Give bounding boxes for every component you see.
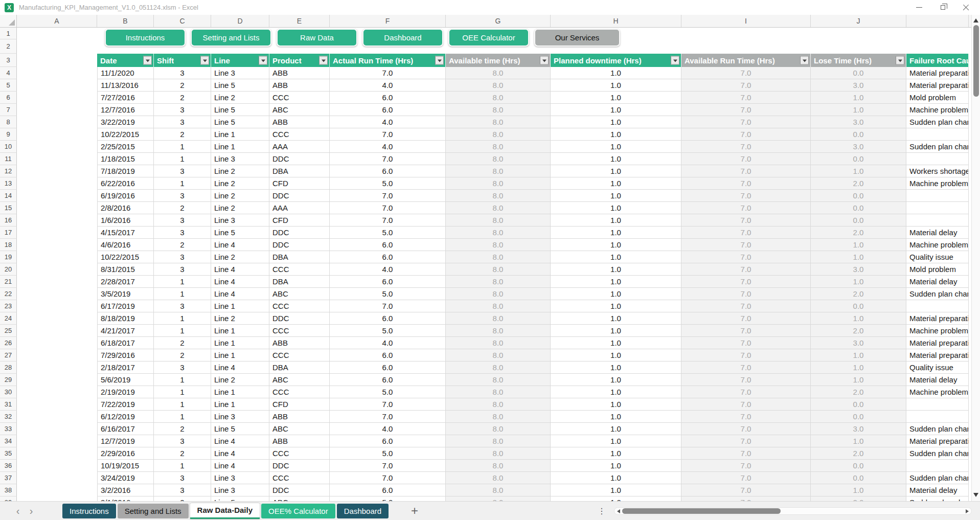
cell-failure-root-cause[interactable]: Material delay: [906, 374, 969, 386]
cell-date[interactable]: 3/2/2016: [97, 484, 154, 496]
cell-shift[interactable]: 3: [154, 214, 211, 227]
cell-date[interactable]: 1/18/2015: [97, 153, 154, 165]
cell-lose-time[interactable]: 1.0: [811, 484, 906, 496]
row-number[interactable]: 13: [0, 177, 17, 190]
cell-shift[interactable]: 3: [154, 300, 211, 312]
horizontal-scrollbar[interactable]: [614, 507, 972, 515]
cell-available-time[interactable]: 8.0: [446, 435, 551, 447]
column-header-planned-downtime[interactable]: Planned downtime (Hrs): [551, 54, 681, 67]
cell-line[interactable]: Line 2: [211, 251, 269, 263]
cell-lose-time[interactable]: 0.0: [811, 190, 906, 202]
cell-product[interactable]: ABC: [269, 423, 330, 435]
cell-actual-run-time[interactable]: 5.0: [330, 227, 446, 239]
cell-actual-run-time[interactable]: 7.0: [330, 128, 446, 141]
cell-line[interactable]: Line 3: [211, 472, 269, 484]
cell-actual-run-time[interactable]: 4.0: [330, 337, 446, 349]
cell-available-time[interactable]: 8.0: [446, 496, 551, 501]
cell-shift[interactable]: 2: [154, 496, 211, 501]
cell-shift[interactable]: 3: [154, 361, 211, 374]
cell-date[interactable]: 7/29/2016: [97, 349, 154, 361]
cell-shift[interactable]: 1: [154, 411, 211, 423]
cell-actual-run-time[interactable]: 7.0: [330, 472, 446, 484]
cell-shift[interactable]: 1: [154, 460, 211, 472]
cell-planned-downtime[interactable]: 1.0: [551, 361, 681, 374]
row-number[interactable]: 24: [0, 312, 17, 325]
cell-actual-run-time[interactable]: 5.0: [330, 447, 446, 460]
cell-planned-downtime[interactable]: 1.0: [551, 496, 681, 501]
cell-planned-downtime[interactable]: 1.0: [551, 435, 681, 447]
column-letter[interactable]: I: [681, 15, 811, 27]
cell-shift[interactable]: 1: [154, 325, 211, 337]
cell-lose-time[interactable]: 3.0: [811, 116, 906, 128]
cell-available-run-time[interactable]: 7.0: [681, 472, 811, 484]
sheet-tab-instructions[interactable]: Instructions: [62, 504, 116, 518]
cell-actual-run-time[interactable]: 4.0: [330, 141, 446, 153]
hscroll-right-icon[interactable]: [966, 509, 969, 513]
row-number[interactable]: 10: [0, 141, 17, 153]
row-number[interactable]: 33: [0, 423, 17, 435]
cell-product[interactable]: CCC: [269, 472, 330, 484]
cell-available-run-time[interactable]: 7.0: [681, 349, 811, 361]
filter-dropdown-icon[interactable]: [800, 56, 809, 65]
cell-available-run-time[interactable]: 7.0: [681, 214, 811, 227]
row-number[interactable]: 1: [0, 28, 17, 39]
cell-line[interactable]: Line 4: [211, 239, 269, 251]
cell-product[interactable]: ABC: [269, 374, 330, 386]
cell-line[interactable]: Line 2: [211, 177, 269, 190]
cell-product[interactable]: CCC: [269, 263, 330, 276]
row-number[interactable]: 2: [0, 39, 17, 54]
cell-shift[interactable]: 1: [154, 153, 211, 165]
cell-planned-downtime[interactable]: 1.0: [551, 447, 681, 460]
cell-product[interactable]: ABB: [269, 79, 330, 92]
cell-planned-downtime[interactable]: 1.0: [551, 141, 681, 153]
cell-available-run-time[interactable]: 7.0: [681, 447, 811, 460]
cell-lose-time[interactable]: 1.0: [811, 374, 906, 386]
cell-lose-time[interactable]: 2.0: [811, 288, 906, 300]
cell-available-time[interactable]: 8.0: [446, 361, 551, 374]
cell-actual-run-time[interactable]: 7.0: [330, 460, 446, 472]
row-number[interactable]: 11: [0, 153, 17, 165]
cell-actual-run-time[interactable]: 7.0: [330, 411, 446, 423]
column-letter[interactable]: G: [446, 15, 551, 27]
cell-shift[interactable]: 3: [154, 472, 211, 484]
cell-available-run-time[interactable]: 7.0: [681, 79, 811, 92]
cell-lose-time[interactable]: 3.0: [811, 337, 906, 349]
cell-planned-downtime[interactable]: 1.0: [551, 92, 681, 104]
cell-available-time[interactable]: 8.0: [446, 104, 551, 116]
cell-planned-downtime[interactable]: 1.0: [551, 349, 681, 361]
cell-available-time[interactable]: 8.0: [446, 423, 551, 435]
column-letter[interactable]: A: [17, 15, 97, 27]
cell-lose-time[interactable]: 1.0: [811, 92, 906, 104]
cell-available-run-time[interactable]: 7.0: [681, 386, 811, 398]
cell-failure-root-cause[interactable]: Mold problem: [906, 263, 969, 276]
cell-available-time[interactable]: 8.0: [446, 460, 551, 472]
cell-planned-downtime[interactable]: 1.0: [551, 239, 681, 251]
cell-line[interactable]: Line 4: [211, 276, 269, 288]
cell-product[interactable]: DDC: [269, 239, 330, 251]
cell-available-time[interactable]: 8.0: [446, 386, 551, 398]
cell-planned-downtime[interactable]: 1.0: [551, 337, 681, 349]
cell-line[interactable]: Line 5: [211, 116, 269, 128]
cell-planned-downtime[interactable]: 1.0: [551, 263, 681, 276]
cell-failure-root-cause[interactable]: [906, 460, 969, 472]
cell-shift[interactable]: 2: [154, 447, 211, 460]
cell-failure-root-cause[interactable]: Material preparation: [906, 337, 969, 349]
filter-dropdown-icon[interactable]: [143, 56, 152, 65]
cell-failure-root-cause[interactable]: Workers shortage: [906, 165, 969, 177]
cell-actual-run-time[interactable]: 4.0: [330, 116, 446, 128]
cell-product[interactable]: ABB: [269, 67, 330, 79]
cell-date[interactable]: 2/28/2017: [97, 276, 154, 288]
cell-lose-time[interactable]: 3.0: [811, 423, 906, 435]
column-letter[interactable]: C: [154, 15, 211, 27]
cell-product[interactable]: DDC: [269, 460, 330, 472]
row-number[interactable]: 18: [0, 239, 17, 251]
cell-available-time[interactable]: 8.0: [446, 165, 551, 177]
cell-line[interactable]: Line 1: [211, 300, 269, 312]
cell-date[interactable]: 2/19/2019: [97, 386, 154, 398]
row-number[interactable]: 22: [0, 288, 17, 300]
cell-available-time[interactable]: 8.0: [446, 337, 551, 349]
cell-planned-downtime[interactable]: 1.0: [551, 104, 681, 116]
cell-date[interactable]: 1/6/2016: [97, 214, 154, 227]
cell-planned-downtime[interactable]: 1.0: [551, 153, 681, 165]
row-number[interactable]: 36: [0, 460, 17, 472]
